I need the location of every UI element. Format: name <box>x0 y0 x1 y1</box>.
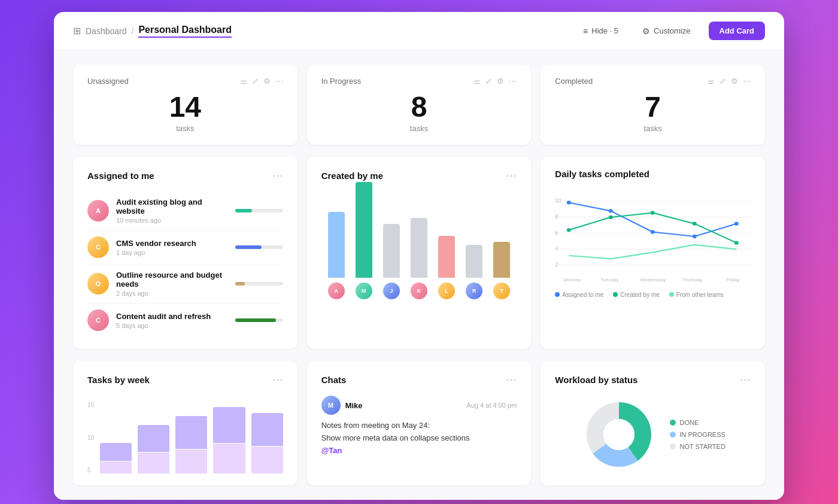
tasks-by-week-card: Tasks by week ⋯ 15 10 5 <box>73 361 297 485</box>
expand-icon[interactable]: ⤢ <box>252 77 259 86</box>
bar-column: K <box>409 218 429 299</box>
bottom-row: Tasks by week ⋯ 15 10 5 <box>73 361 765 485</box>
svg-point-16 <box>609 215 613 219</box>
grid-icon: ⊞ <box>73 25 81 37</box>
svg-point-15 <box>567 228 571 232</box>
svg-text:Wednesday: Wednesday <box>640 277 666 283</box>
svg-text:Monday: Monday <box>563 277 581 283</box>
task-avatar: C <box>87 236 109 258</box>
bar-column: M <box>354 182 374 299</box>
filter-icon: ≡ <box>583 26 588 36</box>
bar-avatar: T <box>493 283 510 299</box>
week-bars <box>100 402 283 473</box>
daily-tasks-card: Daily tasks completed 10 8 6 4 2 <box>541 157 765 349</box>
widget-row: Assigned to me ⋯ A Audit existing blog a… <box>73 157 765 349</box>
workload-card: Workload by status ⋯ <box>541 361 765 485</box>
customize-button[interactable]: ⚙ Customize <box>636 23 696 40</box>
svg-text:8: 8 <box>555 214 558 220</box>
breadcrumb-current: Personal Dashboard <box>138 25 232 38</box>
main-content: Unassigned ⚌ ⤢ ⚙ ⋯ 14 tasks In Progress … <box>54 50 784 500</box>
task-item: A Audit existing blog and website 10 min… <box>87 192 283 230</box>
task-item: C Content audit and refresh 5 days ago <box>87 303 283 337</box>
gear-icon[interactable]: ⚙ <box>263 77 271 86</box>
svg-point-11 <box>609 209 613 212</box>
chats-menu-button[interactable]: ⋯ <box>506 373 517 386</box>
more-icon[interactable]: ⋯ <box>509 77 517 86</box>
header: ⊞ Dashboard / Personal Dashboard ≡ Hide … <box>54 12 784 50</box>
svg-point-13 <box>693 235 697 238</box>
bar-column: R <box>464 245 484 299</box>
chart-legend: Assigned to me Created by me From other … <box>555 292 751 298</box>
progress-bar <box>235 245 283 249</box>
bar-avatar: L <box>438 283 455 299</box>
progress-bar <box>235 282 283 286</box>
bar-column: A <box>326 212 347 299</box>
bar-column: J <box>381 224 402 299</box>
task-avatar: O <box>87 273 109 294</box>
stat-card-unassigned: Unassigned ⚌ ⤢ ⚙ ⋯ 14 tasks <box>73 65 297 145</box>
svg-point-18 <box>693 221 697 225</box>
app-container: ⊞ Dashboard / Personal Dashboard ≡ Hide … <box>54 12 784 500</box>
filter-icon[interactable]: ⚌ <box>240 77 247 86</box>
hide-button[interactable]: ≡ Hide · 5 <box>577 23 624 40</box>
tasks-week-menu-button[interactable]: ⋯ <box>272 373 283 386</box>
bar-column: L <box>436 236 457 299</box>
bar-avatar: K <box>411 283 427 299</box>
add-card-button[interactable]: Add Card <box>709 22 766 40</box>
expand-icon[interactable]: ⤢ <box>485 77 492 86</box>
task-avatar: A <box>87 200 109 221</box>
created-by-me-card: Created by me ⋯ A M J K <box>307 157 532 349</box>
task-list: A Audit existing blog and website 10 min… <box>87 192 283 337</box>
assigned-menu-button[interactable]: ⋯ <box>272 169 283 182</box>
gear-icon[interactable]: ⚙ <box>497 77 504 86</box>
line-chart: 10 8 6 4 2 <box>555 189 751 284</box>
svg-point-19 <box>734 241 739 244</box>
chat-message: M Mike Aug 4 at 4:00 pm Notes from meeti… <box>321 396 517 457</box>
bar-avatar: J <box>383 283 400 299</box>
svg-point-12 <box>651 230 655 233</box>
svg-text:4: 4 <box>555 246 558 252</box>
bar-column: T <box>491 242 512 299</box>
pie-chart <box>580 396 658 473</box>
progress-bar <box>235 209 283 212</box>
task-item: O Outline resource and budget needs 2 da… <box>87 265 283 303</box>
stat-row: Unassigned ⚌ ⤢ ⚙ ⋯ 14 tasks In Progress … <box>73 65 765 145</box>
chats-card: Chats ⋯ M Mike Aug 4 at 4:00 pm Notes fr… <box>307 361 532 485</box>
svg-text:Tuesday: Tuesday <box>600 277 619 283</box>
progress-bar <box>235 318 283 322</box>
svg-point-10 <box>567 201 571 204</box>
bar-avatar: M <box>356 283 372 299</box>
gear-icon: ⚙ <box>642 26 650 36</box>
svg-point-17 <box>651 211 655 214</box>
stat-card-completed: Completed ⚌ ⤢ ⚙ ⋯ 7 tasks <box>541 65 765 145</box>
filter-icon[interactable]: ⚌ <box>708 77 715 86</box>
svg-text:2: 2 <box>555 262 558 268</box>
svg-text:6: 6 <box>555 230 558 236</box>
svg-text:Thursday: Thursday <box>682 277 703 283</box>
task-item: C CMS vendor research 1 day ago <box>87 230 283 265</box>
more-icon[interactable]: ⋯ <box>275 77 283 86</box>
chat-avatar: M <box>321 396 341 415</box>
stat-card-inprogress: In Progress ⚌ ⤢ ⚙ ⋯ 8 tasks <box>307 65 532 145</box>
header-actions: ≡ Hide · 5 ⚙ Customize Add Card <box>577 22 765 40</box>
expand-icon[interactable]: ⤢ <box>719 77 726 86</box>
bar-avatar: R <box>466 283 482 299</box>
task-avatar: C <box>87 309 109 331</box>
svg-text:Friday: Friday <box>726 277 740 283</box>
svg-point-28 <box>603 419 634 450</box>
filter-icon[interactable]: ⚌ <box>473 77 481 86</box>
svg-text:10: 10 <box>555 198 561 204</box>
svg-point-14 <box>734 221 739 225</box>
bar-avatar: A <box>328 283 345 299</box>
pie-labels: DONE IN PROGRESS NOT STARTED <box>670 419 725 450</box>
pie-chart-container: DONE IN PROGRESS NOT STARTED <box>555 396 751 473</box>
created-menu-button[interactable]: ⋯ <box>506 169 517 182</box>
more-icon[interactable]: ⋯ <box>743 77 751 86</box>
breadcrumb-root[interactable]: Dashboard <box>86 26 127 36</box>
assigned-to-me-card: Assigned to me ⋯ A Audit existing blog a… <box>73 157 297 349</box>
created-bar-chart: A M J K L R <box>321 192 517 299</box>
workload-menu-button[interactable]: ⋯ <box>740 373 751 386</box>
breadcrumb: ⊞ Dashboard / Personal Dashboard <box>73 25 232 38</box>
breadcrumb-separator: / <box>132 26 134 36</box>
gear-icon[interactable]: ⚙ <box>731 77 738 86</box>
